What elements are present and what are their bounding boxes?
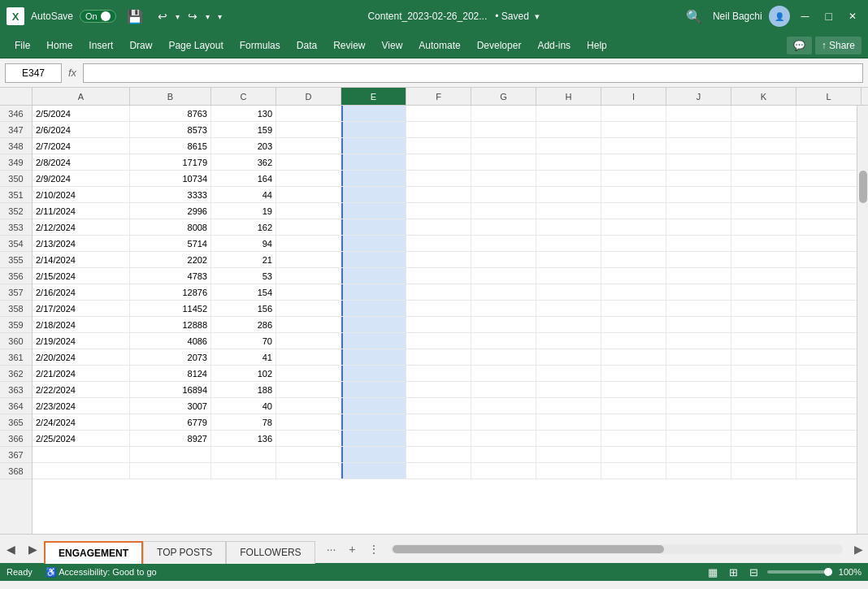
vertical-scrollbar[interactable] [857,106,868,534]
cell-359-L[interactable] [796,317,857,332]
cell-351-F[interactable] [406,187,471,202]
cell-353-K[interactable] [731,219,796,235]
cell-363-L[interactable] [796,382,857,397]
cell-358-K[interactable] [731,301,796,316]
cell-348-L[interactable] [796,138,857,154]
cell-366-L[interactable] [796,431,857,446]
cell-363-H[interactable] [536,382,601,397]
cell-347-C[interactable]: 159 [211,122,276,137]
zoom-slider-thumb[interactable] [824,568,832,576]
cell-359-F[interactable] [406,317,471,332]
cell-352-B[interactable]: 2996 [130,203,211,219]
cell-351-C[interactable]: 44 [211,187,276,202]
cell-349-I[interactable] [601,154,666,170]
cell-349-C[interactable]: 362 [211,154,276,170]
cell-361-D[interactable] [276,349,341,365]
cell-349-D[interactable] [276,154,341,170]
cell-365-F[interactable] [406,414,471,430]
cell-357-F[interactable] [406,284,471,300]
cell-347-B[interactable]: 8573 [130,122,211,137]
cell-351-L[interactable] [796,187,857,202]
close-btn[interactable]: ✕ [844,9,861,24]
cell-348-E[interactable] [341,138,406,154]
cell-347-D[interactable] [276,122,341,137]
cell-360-H[interactable] [536,333,601,349]
cell-351-D[interactable] [276,187,341,202]
cell-353-J[interactable] [666,219,731,235]
cell-350-D[interactable] [276,171,341,186]
cell-348-B[interactable]: 8615 [130,138,211,154]
cell-368-L[interactable] [796,463,857,479]
cell-362-H[interactable] [536,366,601,381]
cell-353-G[interactable] [471,219,536,235]
cell-365-I[interactable] [601,414,666,430]
cell-359-K[interactable] [731,317,796,332]
cell-360-C[interactable]: 70 [211,333,276,349]
cell-355-G[interactable] [471,252,536,267]
cell-347-I[interactable] [601,122,666,137]
cell-358-A[interactable]: 2/17/2024 [33,301,130,316]
cell-355-H[interactable] [536,252,601,267]
cell-358-B[interactable]: 11452 [130,301,211,316]
cell-368-J[interactable] [666,463,731,479]
sheet-tab-followers[interactable]: FOLLOWERS [226,541,315,564]
cell-364-C[interactable]: 40 [211,398,276,414]
cell-368-E[interactable] [341,463,406,479]
cell-349-F[interactable] [406,154,471,170]
cell-361-C[interactable]: 41 [211,349,276,365]
share-btn[interactable]: ↑ Share [815,37,861,54]
cell-348-K[interactable] [731,138,796,154]
cell-352-J[interactable] [666,203,731,219]
cell-349-J[interactable] [666,154,731,170]
cell-362-D[interactable] [276,366,341,381]
cell-355-J[interactable] [666,252,731,267]
cell-354-I[interactable] [601,236,666,251]
col-header-F[interactable]: F [406,88,471,105]
cell-366-D[interactable] [276,431,341,446]
cell-346-F[interactable] [406,106,471,121]
cell-365-E[interactable] [341,414,406,430]
cell-347-A[interactable]: 2/6/2024 [33,122,130,137]
cell-351-B[interactable]: 3333 [130,187,211,202]
sheet-tab-top-posts[interactable]: TOP POSTS [143,541,226,564]
col-header-H[interactable]: H [536,88,601,105]
minimize-btn[interactable]: ─ [796,8,814,24]
cell-363-K[interactable] [731,382,796,397]
cell-367-F[interactable] [406,447,471,462]
menu-item-data[interactable]: Data [289,37,325,54]
cell-366-F[interactable] [406,431,471,446]
cell-355-K[interactable] [731,252,796,267]
cell-362-C[interactable]: 102 [211,366,276,381]
cell-356-E[interactable] [341,268,406,284]
menu-item-formulas[interactable]: Formulas [232,37,289,54]
cell-358-I[interactable] [601,301,666,316]
cell-365-B[interactable]: 6779 [130,414,211,430]
cell-354-B[interactable]: 5714 [130,236,211,251]
cell-352-F[interactable] [406,203,471,219]
horizontal-scrollbar[interactable] [391,544,843,554]
cell-364-E[interactable] [341,398,406,414]
cell-360-I[interactable] [601,333,666,349]
cell-353-C[interactable]: 162 [211,219,276,235]
cell-347-E[interactable] [341,122,406,137]
cell-362-J[interactable] [666,366,731,381]
cell-348-G[interactable] [471,138,536,154]
cell-349-G[interactable] [471,154,536,170]
cell-360-F[interactable] [406,333,471,349]
cell-356-K[interactable] [731,268,796,284]
cell-364-I[interactable] [601,398,666,414]
sheet-tab-engagement[interactable]: ENGAGEMENT [44,541,143,564]
cell-351-K[interactable] [731,187,796,202]
cell-349-H[interactable] [536,154,601,170]
cell-361-J[interactable] [666,349,731,365]
cell-358-G[interactable] [471,301,536,316]
cell-347-F[interactable] [406,122,471,137]
col-header-C[interactable]: C [211,88,276,105]
menu-item-add-ins[interactable]: Add-ins [529,37,579,54]
menu-item-automate[interactable]: Automate [410,37,468,54]
cell-356-I[interactable] [601,268,666,284]
cell-366-A[interactable]: 2/25/2024 [33,431,130,446]
cell-359-D[interactable] [276,317,341,332]
menu-item-draw[interactable]: Draw [121,37,160,54]
cell-367-A[interactable] [33,447,130,462]
